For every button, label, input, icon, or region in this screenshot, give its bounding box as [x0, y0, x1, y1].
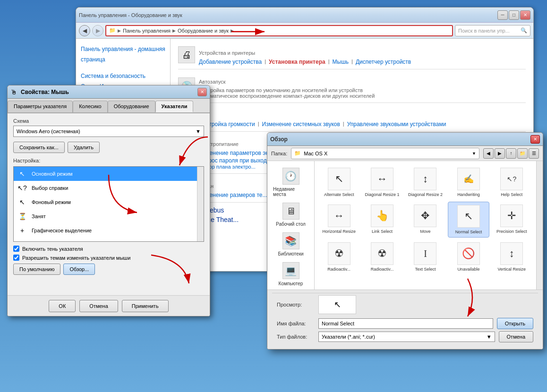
cursor-select-icon: +	[17, 225, 28, 236]
settings-item-normal[interactable]: ↖ Основной режим	[14, 167, 204, 181]
address-bar[interactable]: 📁 ▶ Панель управления ▶ Оборудование и з…	[105, 25, 453, 36]
filetype-select[interactable]: Указатели (*.ani; *.cur) ▼	[318, 332, 495, 342]
diagonal-resize1-label: Diagonal Resize 1	[365, 192, 400, 197]
search-icon: 🔍	[521, 27, 527, 34]
browse-button[interactable]: Обзор...	[63, 264, 95, 275]
settings-item-busy[interactable]: ⏳ Занят	[14, 209, 204, 223]
link-select-thumb: 👆	[371, 205, 393, 227]
theme-checkbox[interactable]	[13, 255, 19, 261]
forward-button[interactable]: ▶	[92, 25, 103, 36]
computer-label: Компьютер	[279, 281, 303, 286]
diagonal-resize2-label: Diagonal Resize 2	[408, 192, 443, 197]
settings-scrollbar[interactable]	[197, 167, 204, 241]
ok-button[interactable]: ОК	[49, 300, 76, 312]
cursor-text-select[interactable]: I Text Select	[405, 239, 446, 274]
back-button[interactable]: ◀	[79, 25, 90, 36]
cursor-busy-icon: ⏳	[17, 211, 28, 222]
mouse-dialog-titlebar: 🖱 Свойства: Мышь ✕	[8, 85, 210, 99]
tab-pointers[interactable]: Указатели	[155, 101, 194, 112]
search-bar[interactable]: Поиск в панели упр... 🔍	[455, 25, 530, 36]
cursor-radioactive1[interactable]: ☢ Radioactiv...	[318, 239, 359, 274]
default-button[interactable]: По умолчанию	[13, 264, 60, 275]
cursor-radioactive2[interactable]: ☢ Radioactiv...	[361, 239, 402, 274]
browse-close-button[interactable]: ✕	[530, 135, 540, 144]
devices-title: Устройства и принтеры	[199, 50, 411, 56]
link-select-label: Link Select	[372, 229, 393, 234]
radioactive2-thumb: ☢	[371, 242, 393, 265]
cursor-help-select[interactable]: ↖? Help Select	[491, 165, 532, 200]
settings-item-select[interactable]: + Графическое выделение	[14, 223, 204, 238]
recent-label: Недавние места	[273, 187, 308, 197]
settings-item-bg[interactable]: ↖ Фоновый режим	[14, 195, 204, 209]
tab-wheel[interactable]: Колесико	[73, 101, 108, 112]
cursor-diagonal-resize2[interactable]: ↕ Diagonal Resize 2	[405, 165, 446, 200]
cancel-button-browse[interactable]: Отмена	[499, 331, 533, 342]
horizontal-resize-thumb: ↔	[328, 205, 350, 227]
maximize-button[interactable]: □	[509, 10, 519, 20]
handwriting-thumb: ✍	[457, 168, 480, 190]
cancel-button[interactable]: Отмена	[79, 300, 118, 312]
browse-title: Обзор	[270, 136, 288, 143]
link-add-device[interactable]: Добавление устройства	[199, 59, 262, 65]
cursor-normal-select[interactable]: ↖ Normal Select	[448, 202, 489, 238]
tab-pointer-params[interactable]: Параметры указателя	[8, 101, 73, 112]
address-part2: Оборудование и звук	[178, 28, 229, 34]
sidebar-libraries[interactable]: 📚 Библиотеки	[271, 230, 310, 259]
move-label: Move	[420, 229, 430, 234]
sound-section: 🔊 Звук Настройка громкости | Изменение с…	[178, 107, 526, 128]
mouse-dialog-close[interactable]: ✕	[197, 88, 207, 96]
browse-back-btn[interactable]: ◀	[483, 148, 494, 159]
browse-titlebar: Обзор ✕	[267, 133, 543, 146]
cursor-vertical-resize[interactable]: ↕ Vertical Resize	[491, 239, 532, 274]
schema-dropdown-icon: ▼	[196, 128, 201, 134]
cursor-diagonal-resize1[interactable]: ↔ Diagonal Resize 1	[361, 165, 402, 200]
close-button[interactable]: ✕	[520, 10, 530, 20]
browse-view-btn[interactable]: ☰	[529, 148, 539, 159]
sidebar-recent[interactable]: 🕐 Недавние места	[271, 165, 310, 200]
apply-button[interactable]: Применить	[122, 300, 169, 312]
mouse-dialog-footer: ОК Отмена Применить	[8, 295, 210, 316]
folder-path[interactable]: 📁 Mac OS X ▼	[291, 148, 479, 159]
libraries-icon: 📚	[282, 232, 299, 249]
tab-hardware[interactable]: Оборудование	[108, 101, 155, 112]
settings-label: Настройка:	[13, 158, 204, 163]
link-printer[interactable]: Установка принтера	[269, 59, 325, 65]
help-select-label: Help Select	[501, 192, 522, 197]
settings-list[interactable]: ↖ Основной режим ↖? Выбор справки ↖ Фоно…	[13, 166, 204, 242]
filename-row: Имя файла: Открыть	[277, 318, 533, 329]
settings-item-help-label: Выбор справки	[32, 185, 68, 191]
cursor-alternate-select[interactable]: ↖ Alternate Select	[318, 165, 359, 200]
sidebar-computer[interactable]: 💻 Компьютер	[271, 259, 310, 289]
action-buttons: По умолчанию Обзор...	[13, 264, 204, 275]
save-schema-button[interactable]: Сохранить как...	[13, 142, 65, 153]
filename-input[interactable]	[318, 318, 493, 329]
cursor-move[interactable]: ✥ Move	[405, 202, 446, 238]
sidebar-item-home[interactable]: Панель управления - домашняя страница	[81, 44, 165, 65]
minimize-button[interactable]: ─	[497, 10, 508, 20]
shadow-label: Включить тень указателя	[22, 246, 83, 252]
settings-item-select-label: Графическое выделение	[32, 228, 92, 233]
delete-schema-button[interactable]: Удалить	[68, 142, 100, 153]
open-button[interactable]: Открыть	[497, 318, 533, 329]
cursor-horizontal-resize[interactable]: ↔ Horizontal Resize	[318, 202, 359, 238]
link-mouse[interactable]: Мышь	[333, 59, 349, 65]
browse-new-folder-btn[interactable]: 📁	[517, 148, 528, 159]
cursor-link-select[interactable]: 👆 Link Select	[361, 202, 402, 238]
browse-forward-btn[interactable]: ▶	[495, 148, 505, 159]
shadow-checkbox[interactable]	[13, 246, 19, 252]
sidebar-item-security[interactable]: Система и безопасность	[81, 71, 165, 82]
sidebar-desktop[interactable]: 🖥 Рабочий стол	[271, 200, 310, 230]
cursor-handwriting[interactable]: ✍ Handwriting	[448, 165, 489, 200]
schema-select[interactable]: Windows Aero (системная) ▼	[13, 126, 204, 137]
cursor-unavailable[interactable]: 🚫 Unavailable	[448, 239, 489, 274]
link-device-mgr[interactable]: Диспетчер устройств	[356, 59, 411, 65]
schema-group: Схема Windows Aero (системная) ▼	[13, 118, 204, 137]
filetype-label: Тип файлов:	[277, 334, 315, 340]
filetype-row: Тип файлов: Указатели (*.ani; *.cur) ▼ О…	[277, 331, 533, 342]
link-sound-mgr[interactable]: Управление звуковыми устройствами	[347, 121, 446, 128]
preview-label: Просмотр:	[277, 302, 315, 307]
browse-up-btn[interactable]: ↑	[506, 148, 516, 159]
link-sys-sounds[interactable]: Изменение системных звуков	[262, 121, 340, 128]
settings-item-help[interactable]: ↖? Выбор справки	[14, 181, 204, 195]
cursor-precision-select[interactable]: ✛ Precision Select	[491, 202, 532, 238]
